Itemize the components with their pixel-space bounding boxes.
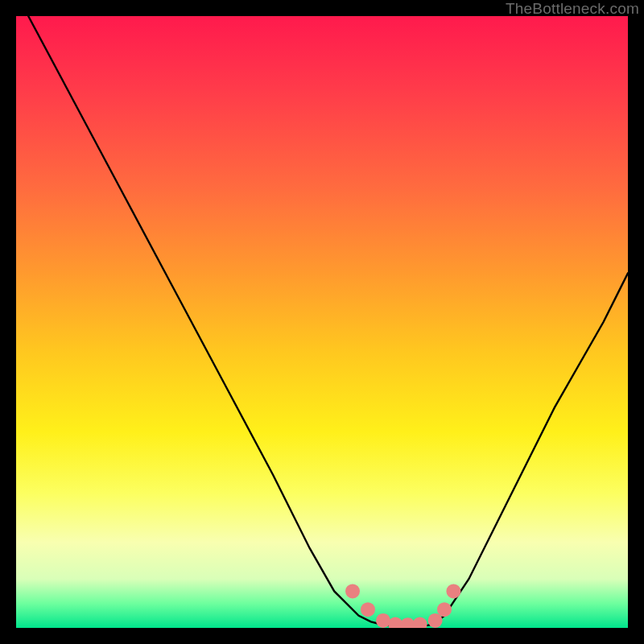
data-marker <box>400 617 415 628</box>
data-marker <box>345 584 360 598</box>
data-marker <box>388 617 402 628</box>
data-marker <box>361 602 375 617</box>
curve-path <box>28 16 628 626</box>
data-marker <box>446 584 460 598</box>
bottleneck-curve <box>16 16 628 628</box>
marker-group <box>345 584 460 628</box>
data-marker <box>376 613 390 628</box>
plot-area <box>16 16 628 628</box>
data-marker <box>413 617 427 628</box>
chart-frame: TheBottleneck.com <box>0 0 644 644</box>
data-marker <box>437 602 452 617</box>
watermark-text: TheBottleneck.com <box>506 0 639 18</box>
